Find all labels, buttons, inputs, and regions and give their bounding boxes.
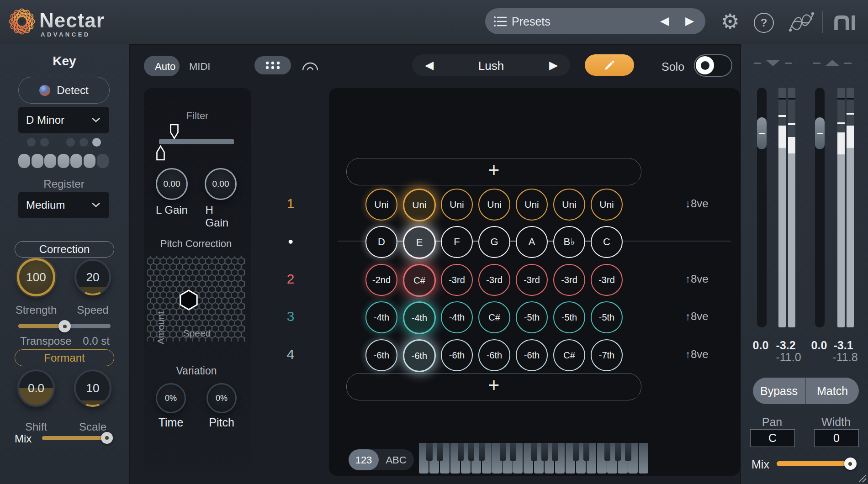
piano-black-key[interactable] (541, 443, 548, 461)
piano-black-key[interactable] (479, 443, 485, 461)
mini-white-key[interactable] (97, 154, 109, 168)
formant-scale-knob[interactable]: 10 (74, 369, 111, 407)
piano-black-key[interactable] (604, 443, 611, 461)
voice-cell[interactable]: Uni (591, 189, 623, 221)
voice-cell[interactable]: F (441, 226, 473, 258)
detect-key-button[interactable]: Detect (18, 77, 110, 104)
octave-shift-label[interactable]: ↑8ve (685, 273, 709, 285)
voice-cell[interactable]: -6th (478, 339, 510, 371)
key-select[interactable]: D Minor (18, 107, 109, 133)
voice-cell[interactable]: E (403, 226, 436, 259)
numeric-labels-segment[interactable]: 123 (355, 454, 372, 466)
voice-cell[interactable]: -5th (591, 301, 623, 333)
piano-black-key[interactable] (500, 443, 506, 461)
presets-button[interactable]: Presets ◀ ▶ (485, 8, 705, 34)
voice-cell[interactable]: Uni (478, 189, 510, 221)
key-mix-slider[interactable] (42, 436, 113, 440)
mini-white-key[interactable] (58, 154, 69, 168)
voice-cell[interactable]: C# (553, 339, 585, 371)
voice-cell[interactable]: -6th (516, 339, 548, 371)
edit-brush-button[interactable] (585, 54, 634, 76)
output-mix-slider[interactable] (777, 461, 856, 466)
solo-toggle-knob[interactable] (696, 56, 714, 74)
settings-gear-icon[interactable]: ⚙ (718, 8, 742, 35)
voice-cell[interactable]: -4th (403, 301, 436, 334)
piano-white-key[interactable] (639, 443, 648, 473)
voice-cell[interactable]: C (591, 226, 623, 258)
output-fader-track[interactable] (815, 88, 825, 327)
resize-grip[interactable] (857, 473, 867, 483)
octave-shift-label[interactable]: ↓8ve (685, 197, 709, 210)
voice-row-indicator[interactable]: ● (288, 236, 293, 247)
add-voice-button-top[interactable]: + (346, 158, 641, 185)
voice-cell[interactable]: -6th (365, 339, 397, 371)
bypass-button[interactable]: Bypass (753, 378, 805, 404)
voice-cell[interactable]: Uni (403, 189, 436, 221)
letter-labels-segment[interactable]: ABC (386, 454, 406, 466)
mini-white-key[interactable] (70, 154, 82, 168)
mini-black-key[interactable] (79, 138, 88, 147)
h-gain-knob[interactable]: 0.00 (205, 168, 237, 200)
piano-black-key[interactable] (552, 443, 558, 461)
harmony-preset-next-button[interactable]: ▶ (549, 59, 558, 71)
harmony-preset-selector[interactable]: ◀ Lush ▶ (412, 54, 570, 76)
voice-cell[interactable]: Uni (516, 189, 548, 221)
voices-fader-track[interactable] (757, 88, 767, 327)
formant-shift-knob[interactable]: 0.0 (17, 369, 55, 407)
formant-button[interactable]: Formant (15, 349, 114, 366)
voice-cell[interactable]: C# (403, 264, 436, 297)
width-value-box[interactable]: 0 (814, 429, 859, 447)
strength-knob[interactable]: 100 (17, 258, 55, 296)
piano-black-key[interactable] (583, 443, 590, 461)
voice-cell[interactable]: Uni (553, 189, 585, 221)
voice-cell[interactable]: C# (478, 301, 510, 333)
piano-keyboard[interactable] (419, 443, 649, 473)
filter-low-marker[interactable] (156, 145, 165, 161)
voice-cell[interactable]: -3rd (516, 264, 548, 296)
voice-cell[interactable]: D (365, 226, 397, 258)
solo-toggle[interactable] (694, 54, 732, 77)
preset-prev-button[interactable]: ◀ (660, 15, 669, 26)
voice-cell[interactable]: -2nd (365, 264, 397, 296)
grid-view-segment[interactable] (254, 56, 291, 74)
voice-cell[interactable]: -3rd (591, 264, 623, 296)
octave-shift-label[interactable]: ↑8ve (685, 348, 709, 361)
pitch-variation-knob[interactable]: 0% (206, 383, 237, 413)
voice-cell[interactable]: G (478, 226, 510, 258)
piano-black-key[interactable] (468, 443, 475, 461)
key-mix-slider-handle[interactable] (101, 432, 113, 444)
piano-black-key[interactable] (531, 443, 537, 461)
help-icon[interactable]: ? (754, 13, 774, 33)
voice-cell[interactable]: -3rd (553, 264, 585, 296)
mini-white-key[interactable] (84, 154, 95, 168)
voice-cell[interactable]: Uni (441, 189, 473, 221)
mini-white-key[interactable] (44, 154, 56, 168)
voice-cell[interactable]: Uni (365, 189, 397, 221)
piano-black-key[interactable] (510, 443, 516, 461)
octave-shift-label[interactable]: ↑8ve (685, 310, 709, 323)
view-mode-toggle[interactable] (254, 56, 329, 74)
preset-next-button[interactable]: ▶ (685, 15, 694, 26)
piano-black-key[interactable] (437, 443, 443, 461)
voice-row-label-2[interactable]: 2 (287, 271, 295, 287)
voice-cell[interactable]: -3rd (441, 264, 473, 296)
piano-black-key[interactable] (573, 443, 579, 461)
mini-black-key[interactable] (40, 138, 49, 147)
piano-black-key[interactable] (625, 443, 631, 461)
l-gain-knob[interactable]: 0.00 (156, 168, 188, 200)
match-button[interactable]: Match (806, 378, 859, 404)
register-select[interactable]: Medium (18, 192, 109, 218)
pitch-correction-handle[interactable] (180, 290, 197, 310)
mini-white-key[interactable] (18, 154, 30, 168)
voice-cell[interactable]: A (516, 226, 548, 258)
piano-black-key[interactable] (615, 443, 621, 461)
voice-cell[interactable]: -4th (365, 301, 397, 333)
voice-cell[interactable]: -4th (441, 301, 473, 333)
harmony-preset-prev-button[interactable]: ◀ (425, 59, 434, 71)
auto-midi-toggle[interactable]: Auto MIDI (144, 56, 219, 76)
voices-fader-handle[interactable] (757, 117, 767, 149)
voice-cell[interactable]: B♭ (553, 226, 585, 258)
mini-white-key[interactable] (32, 154, 43, 168)
voice-cell[interactable]: -6th (403, 339, 436, 372)
voice-cell[interactable]: -5th (553, 301, 585, 333)
